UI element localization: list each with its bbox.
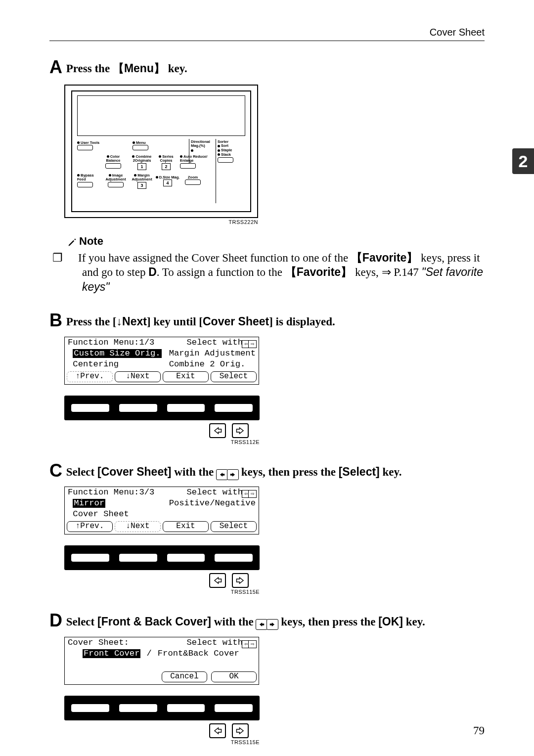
step-c-post: key. [380,466,402,478]
step-c-instruction: C Select [Cover Sheet] with the keys, th… [49,459,485,483]
hard-button[interactable] [119,404,157,412]
button-strip-b: TRSS112E [64,396,260,445]
hard-button[interactable] [215,704,253,712]
left-bracket-icon: 【 [351,251,362,264]
note-heading: Note [67,235,485,249]
ok-bracket-label: [OK] [378,615,403,628]
left-right-arrow-icons [217,469,238,480]
lcd-b-prev-soft[interactable]: ↑Prev. [67,371,113,382]
auto-reduce-enlarge-label: Auto Reduce/ Enlarge [180,154,207,163]
right-bracket-icon: 】 [154,62,165,75]
step-b: B Press the [↓Next] key until [Cover She… [49,309,485,445]
left-bracket-icon: 【 [285,266,297,278]
right-arrow-button[interactable] [232,423,249,438]
right-arrow-button[interactable] [232,573,249,588]
bypass-feed-button[interactable] [77,182,93,187]
front-back-cover-bracket-label: [Front & Back Cover] [97,615,211,628]
left-arrow-button[interactable] [209,723,226,738]
step-a-post: key. [165,62,187,75]
numkey-1[interactable]: 1 [137,163,146,170]
lcd-b-exit-soft[interactable]: Exit [163,371,209,382]
pencil-icon [67,236,77,249]
step-d-post: key. [403,616,425,628]
right-arrow-icon [267,619,278,630]
page-header-label: Cover Sheet [430,27,485,38]
step-b-instruction: B Press the [↓Next] key until [Cover She… [49,309,485,333]
hard-button[interactable] [167,704,205,712]
step-b-pre: Press the [ [66,315,117,328]
step-c-mid1: with the [172,466,217,478]
color-balance-button[interactable] [105,163,121,169]
right-bracket-icon: 】 [406,251,418,264]
strip-c-code: TRSS115E [64,589,260,595]
hard-button[interactable] [119,704,157,712]
menu-button[interactable] [133,145,148,150]
hard-button[interactable] [71,404,109,412]
sort-label: Sort [221,143,228,148]
right-arrow-button[interactable] [232,723,249,738]
hard-button[interactable] [215,404,253,412]
numkey-2[interactable]: 2 [162,163,171,170]
auto-reduce-button[interactable] [180,163,196,169]
lcd-c-r2-left: Cover Sheet [73,509,129,519]
right-arrow-icon: ⇨ [248,340,257,348]
cover-sheet-bracket-label: [Cover Sheet] [97,465,172,478]
chapter-tab: 2 [512,148,534,174]
lcd-d-front-cover: Front Cover [83,649,140,658]
zoom-label: Zoom [188,175,198,179]
right-arrow-icon: ⇨ [248,490,257,498]
left-arrow-button[interactable] [209,573,226,588]
lcd-b-title-left: Function Menu:1/3 [68,337,154,349]
step-a: A Press the 【Menu】 key. User Tools [49,55,485,295]
lcd-c-title-right: Select with⇦⇨ [187,487,256,498]
numkey-3[interactable]: 3 [137,182,146,189]
favorite-key-label-2: Favorite [297,266,341,278]
zoom-button[interactable] [185,179,201,185]
hard-button[interactable] [71,554,109,562]
left-arrow-icon [256,619,267,630]
user-tools-label: User Tools [81,140,99,145]
hard-button[interactable] [215,554,253,562]
margin-adj-label: Margin Adjustment [132,173,152,182]
lcd-d-ok-soft[interactable]: OK [211,671,257,682]
step-c-pre: Select [66,466,97,478]
lcd-d-cancel-soft[interactable]: Cancel [162,671,207,682]
lcd-c-prev-soft[interactable]: ↑Prev. [67,521,113,532]
lcd-d-title-left: Cover Sheet: [68,637,129,649]
user-tools-button[interactable] [77,145,93,150]
page-number: 79 [473,724,485,737]
numkey-4[interactable]: 4 [163,179,172,186]
series-copies-label: Series Copies [159,154,174,163]
lcd-b-title-right: Select with⇦⇨ [187,337,256,349]
step-c-letter: C [49,459,62,483]
lcd-b-next-soft[interactable]: ↓Next [115,371,161,382]
image-adj-button[interactable] [108,182,124,187]
hard-button[interactable] [167,404,205,412]
lcd-b-select-soft[interactable]: Select [211,371,257,382]
combine-2orig-label: Combine 2Originals [132,154,151,163]
right-arrow-icon [227,469,239,480]
favorite-key-label: Favorite [362,251,406,264]
button-strip-c: TRSS115E [64,545,260,595]
step-a-instruction: A Press the 【Menu】 key. [49,55,485,80]
step-b-mid: ] key until [ [147,315,203,328]
step-d: D Select [Front & Back Cover] with the k… [49,609,485,745]
cover-sheet-key-label: Cover Sheet [203,315,269,328]
lcd-c-next-soft[interactable]: ↓Next [115,521,161,532]
left-arrow-button[interactable] [209,423,226,438]
lcd-c-select-soft[interactable]: Select [211,521,257,532]
hard-button[interactable] [71,704,109,712]
strip-b-code: TRSS112E [64,439,260,445]
hard-button[interactable] [167,554,205,562]
header-rule [49,41,485,41]
note-bullet-icon: ❐ [67,251,78,266]
lcd-c-exit-soft[interactable]: Exit [163,521,209,532]
dsize-mag-label: D.Size Mag. [159,175,180,179]
lcd-c-title-left: Function Menu:3/3 [68,487,154,498]
panel-image-code: TRSS222N [64,219,258,225]
hard-button[interactable] [119,554,157,562]
note-t4: keys, ⇒ P.147 [352,266,421,278]
sorter-button[interactable] [218,157,233,163]
select-bracket-label: [Select] [339,465,380,478]
stack-label: Stack [221,152,231,157]
